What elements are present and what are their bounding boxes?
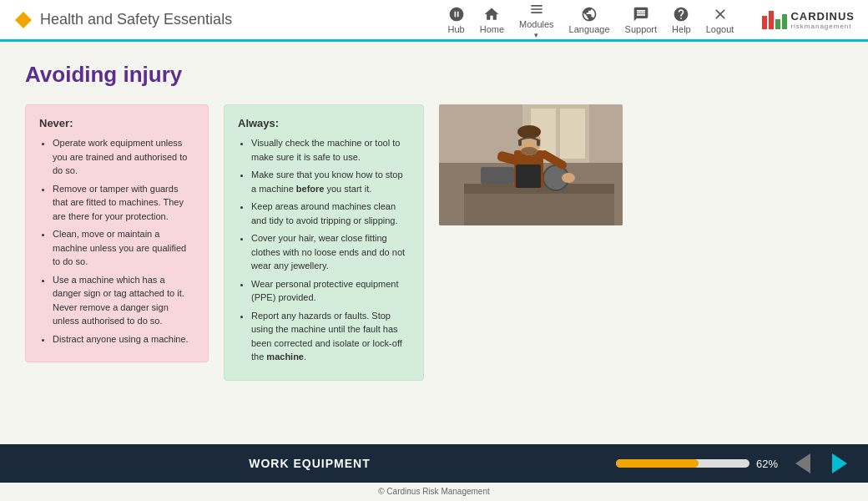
footer: © Cardinus Risk Management [0, 487, 868, 496]
nav-home-label: Home [480, 24, 504, 34]
next-button[interactable] [828, 452, 851, 475]
svg-rect-7 [464, 194, 614, 225]
header: Health and Safety Essentials Hub Home Mo… [0, 0, 868, 42]
nav-logout-label: Logout [706, 24, 734, 34]
always-item-5: Wear personal protective equipment (PPE)… [251, 277, 410, 305]
nav-hub-label: Hub [448, 24, 465, 34]
copyright-text: © Cardinus Risk Management [378, 487, 490, 496]
progress-percentage: 62% [756, 458, 778, 470]
bottom-bar: WORK EQUIPMENT 62% [0, 444, 868, 483]
cardinus-text-area: CARDINUS riskmanagement [790, 10, 855, 30]
nav-help[interactable]: Help [672, 6, 691, 34]
nav-support-label: Support [625, 24, 658, 34]
nav-language[interactable]: Language [569, 6, 610, 34]
never-item-5: Distract anyone using a machine. [53, 332, 194, 347]
nav-help-label: Help [672, 24, 691, 34]
always-item-6: Report any hazards or faults. Stop using… [251, 309, 410, 364]
nav-home[interactable]: Home [480, 6, 504, 34]
never-item-2: Remove or tamper with guards that are fi… [53, 182, 194, 224]
page-title: Avoiding injury [25, 62, 843, 88]
never-box-title: Never: [39, 117, 194, 129]
progress-bar-fill [616, 459, 699, 468]
nav-logout[interactable]: Logout [706, 6, 734, 34]
cardinus-sub: riskmanagement [790, 23, 855, 30]
prev-arrow-icon [795, 453, 810, 473]
never-box-list: Operate work equipment unless you are tr… [39, 136, 194, 346]
logo-area: Health and Safety Essentials [13, 10, 448, 30]
always-box: Always: Visually check the machine or to… [224, 104, 424, 381]
svg-point-16 [562, 173, 575, 183]
progress-area: 62% [616, 458, 778, 470]
diamond-icon [13, 10, 33, 30]
svg-marker-0 [15, 12, 32, 28]
never-item-4: Use a machine which has a danger sign or… [53, 273, 194, 328]
cardinus-logo: CARDINUS riskmanagement [762, 10, 855, 30]
content-area: Never: Operate work equipment unless you… [25, 104, 843, 381]
never-item-3: Clean, move or maintain a machine unless… [53, 227, 194, 269]
always-item-2: Make sure that you know how to stop a ma… [251, 168, 410, 195]
module-label: WORK EQUIPMENT [17, 457, 603, 470]
nav-hub[interactable]: Hub [448, 6, 465, 34]
nav-language-label: Language [569, 24, 610, 34]
nav-support[interactable]: Support [625, 6, 658, 34]
prev-button[interactable] [791, 452, 815, 475]
always-box-title: Always: [238, 117, 410, 129]
nav-modules-label: Modules [519, 19, 554, 29]
svg-rect-4 [560, 109, 585, 159]
always-item-1: Visually check the machine or tool to ma… [251, 136, 410, 164]
svg-point-12 [517, 125, 541, 139]
always-item-4: Cover your hair, wear close fitting clot… [251, 231, 410, 273]
always-box-list: Visually check the machine or tool to ma… [238, 136, 410, 364]
cardinus-bars [762, 11, 787, 29]
svg-rect-8 [481, 167, 514, 184]
main-content: Avoiding injury Never: Operate work equi… [0, 42, 868, 444]
never-item-1: Operate work equipment unless you are tr… [53, 136, 194, 178]
worker-image [439, 104, 623, 225]
always-item-3: Keep areas around machines clean and tid… [251, 200, 410, 227]
never-box: Never: Operate work equipment unless you… [25, 104, 209, 362]
app-title: Health and Safety Essentials [40, 11, 232, 28]
svg-rect-17 [516, 164, 541, 188]
worker-image-svg [439, 104, 623, 225]
cardinus-name: CARDINUS [790, 10, 855, 23]
nav-area: Hub Home Modules Language Support Help L… [448, 1, 855, 39]
svg-point-13 [521, 147, 537, 155]
progress-bar-bg [616, 459, 749, 468]
next-arrow-icon [832, 453, 847, 473]
nav-modules[interactable]: Modules [519, 1, 554, 39]
